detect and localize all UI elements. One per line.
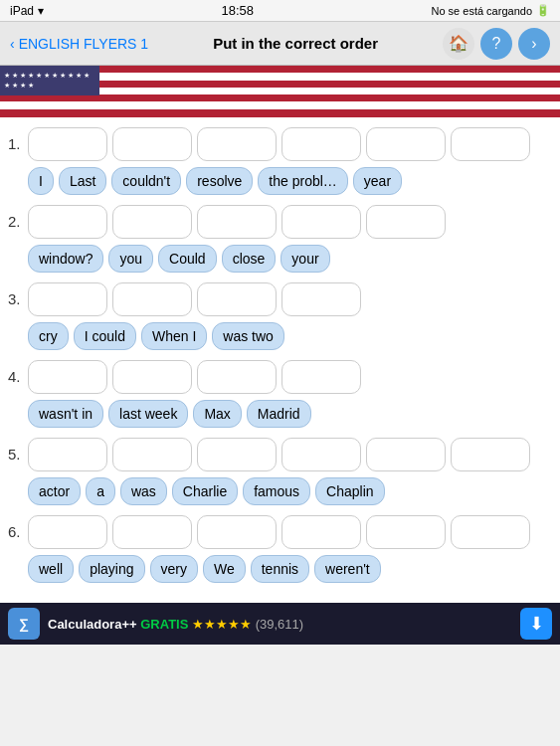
word-chip-1-4[interactable]: resolve: [186, 167, 253, 195]
star: ★: [28, 72, 34, 80]
answer-box-2-4[interactable]: [281, 205, 361, 239]
word-chip-6-3[interactable]: very: [150, 555, 198, 583]
ad-rating: (39,611): [256, 617, 303, 632]
star: ★: [84, 72, 90, 80]
answer-box-6-5[interactable]: [366, 515, 446, 549]
answer-box-3-3[interactable]: [197, 282, 277, 316]
ad-app-icon: ∑: [8, 608, 40, 640]
word-chip-2-1[interactable]: window?: [28, 245, 103, 273]
answer-box-2-5[interactable]: [366, 205, 446, 239]
word-chip-6-4[interactable]: We: [203, 555, 246, 583]
word-chip-5-4[interactable]: Charlie: [172, 477, 238, 505]
star: ★: [12, 82, 18, 90]
back-button[interactable]: ‹ ENGLISH FLYERS 1: [10, 36, 148, 52]
next-button[interactable]: ›: [518, 28, 550, 60]
status-time: 18:58: [221, 3, 254, 18]
answer-boxes-1: [28, 127, 552, 161]
word-chip-1-3[interactable]: couldn't: [111, 167, 181, 195]
answer-box-6-6[interactable]: [451, 515, 530, 549]
sentence-row-1: 1.ILastcouldn'tresolvethe probl…year: [8, 127, 552, 195]
nav-bar: ‹ ENGLISH FLYERS 1 Put in the correct or…: [0, 22, 560, 66]
star: ★: [20, 82, 26, 90]
answer-box-1-2[interactable]: [112, 127, 192, 161]
sentence-num-4: 4.: [8, 360, 28, 385]
answer-box-1-4[interactable]: [281, 127, 361, 161]
word-chip-6-2[interactable]: playing: [79, 555, 144, 583]
answer-box-5-2[interactable]: [112, 438, 192, 471]
answer-box-3-1[interactable]: [28, 282, 107, 316]
word-chips-2: window?youCouldcloseyour: [28, 245, 552, 273]
answer-box-5-4[interactable]: [281, 438, 361, 471]
word-chip-3-2[interactable]: I could: [74, 322, 136, 350]
answer-box-3-2[interactable]: [112, 282, 192, 316]
help-button[interactable]: ?: [480, 28, 512, 60]
answer-box-1-5[interactable]: [366, 127, 446, 161]
answer-box-6-1[interactable]: [28, 515, 107, 549]
answer-box-1-3[interactable]: [197, 127, 277, 161]
word-chip-2-4[interactable]: close: [222, 245, 277, 273]
word-chip-6-6[interactable]: weren't: [314, 555, 381, 583]
word-chip-5-6[interactable]: Chaplin: [315, 477, 384, 505]
sentence-body-5: actorawasCharliefamousChaplin: [28, 438, 552, 505]
word-chip-2-5[interactable]: your: [280, 245, 329, 273]
word-chip-4-2[interactable]: last week: [108, 400, 188, 428]
word-chip-4-1[interactable]: wasn't in: [28, 400, 103, 428]
word-chip-1-6[interactable]: year: [353, 167, 402, 195]
word-chip-5-2[interactable]: a: [86, 477, 115, 505]
word-chip-5-1[interactable]: actor: [28, 477, 81, 505]
nav-icons: 🏠 ? ›: [443, 28, 550, 60]
word-chip-1-2[interactable]: Last: [59, 167, 106, 195]
word-chip-6-1[interactable]: well: [28, 555, 74, 583]
word-chip-2-2[interactable]: you: [108, 245, 153, 273]
answer-box-6-2[interactable]: [112, 515, 192, 549]
battery-icon: 🔋: [536, 4, 550, 17]
answer-box-6-4[interactable]: [281, 515, 361, 549]
word-chip-4-4[interactable]: Madrid: [247, 400, 311, 428]
answer-box-1-1[interactable]: [28, 127, 107, 161]
star: ★: [60, 72, 66, 80]
flag-banner: ★ ★ ★ ★ ★ ★ ★ ★ ★ ★ ★ ★ ★ ★ ★: [0, 66, 560, 117]
word-chips-5: actorawasCharliefamousChaplin: [28, 477, 552, 505]
answer-box-5-1[interactable]: [28, 438, 107, 471]
word-chip-4-3[interactable]: Max: [193, 400, 241, 428]
answer-box-4-1[interactable]: [28, 360, 107, 394]
answer-boxes-2: [28, 205, 552, 239]
word-chip-3-4[interactable]: was two: [212, 322, 284, 350]
answer-box-4-2[interactable]: [112, 360, 192, 394]
word-chip-6-5[interactable]: tennis: [251, 555, 309, 583]
ad-text: Calculadora++ GRATIS ★★★★★ (39,611): [48, 617, 512, 632]
star: ★: [76, 72, 82, 80]
word-chip-3-3[interactable]: When I: [141, 322, 207, 350]
status-bar: iPad ▾ 18:58 No se está cargando 🔋: [0, 0, 560, 22]
main-content: 1.ILastcouldn'tresolvethe probl…year2.wi…: [0, 117, 560, 603]
sentence-row-3: 3.cryI couldWhen Iwas two: [8, 282, 552, 350]
answer-box-4-4[interactable]: [281, 360, 361, 394]
answer-box-2-3[interactable]: [197, 205, 277, 239]
word-chip-5-3[interactable]: was: [120, 477, 167, 505]
answer-box-4-3[interactable]: [197, 360, 277, 394]
word-chip-5-5[interactable]: famous: [243, 477, 310, 505]
sentence-num-5: 5.: [8, 438, 28, 463]
word-chip-3-1[interactable]: cry: [28, 322, 69, 350]
ad-app-name: Calculadora++: [48, 617, 137, 632]
home-button[interactable]: 🏠: [443, 28, 474, 60]
star: ★: [4, 72, 10, 80]
status-left: iPad ▾: [10, 4, 44, 18]
answer-box-1-6[interactable]: [451, 127, 530, 161]
answer-box-2-2[interactable]: [112, 205, 192, 239]
answer-box-3-4[interactable]: [281, 282, 361, 316]
answer-box-6-3[interactable]: [197, 515, 277, 549]
ad-download-button[interactable]: ⬇: [520, 608, 552, 640]
sentence-row-4: 4.wasn't inlast weekMaxMadrid: [8, 360, 552, 428]
sentence-num-3: 3.: [8, 282, 28, 307]
sentence-row-5: 5.actorawasCharliefamousChaplin: [8, 438, 552, 505]
answer-box-5-6[interactable]: [451, 438, 530, 471]
ad-banner[interactable]: ∑ Calculadora++ GRATIS ★★★★★ (39,611) ⬇: [0, 603, 560, 645]
answer-box-5-5[interactable]: [366, 438, 446, 471]
answer-box-5-3[interactable]: [197, 438, 277, 471]
word-chip-1-5[interactable]: the probl…: [258, 167, 347, 195]
word-chip-2-3[interactable]: Could: [158, 245, 217, 273]
answer-box-2-1[interactable]: [28, 205, 107, 239]
word-chip-1-1[interactable]: I: [28, 167, 54, 195]
answer-boxes-4: [28, 360, 552, 394]
